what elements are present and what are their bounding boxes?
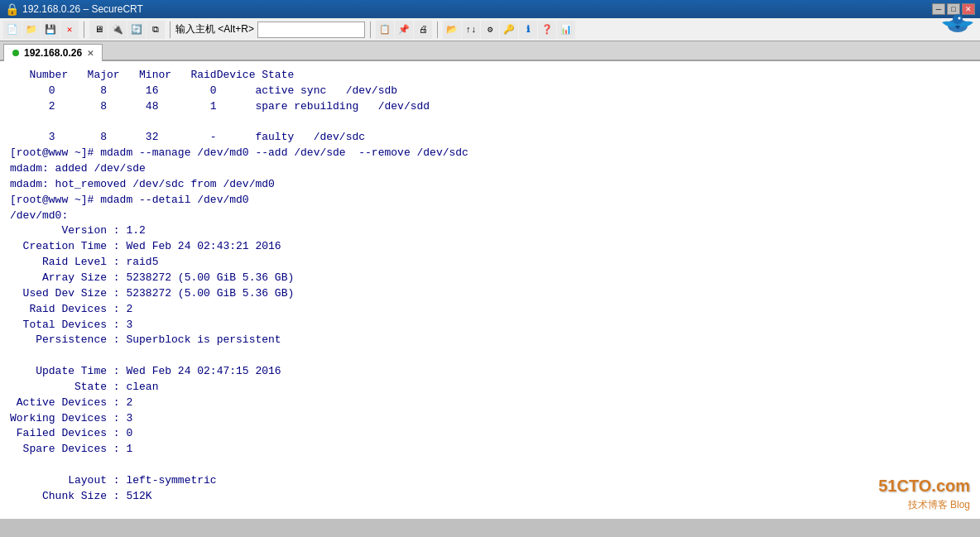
toolbar-section-2: 🖥 🔌 🔄 ⧉ [89,21,165,39]
title-bar-left: 🔒 192.168.0.26 – SecureCRT [5,2,143,16]
window-title: 192.168.0.26 – SecureCRT [22,3,143,15]
toolbar-settings-btn[interactable]: ⚙ [481,21,499,39]
toolbar-help-btn[interactable]: ❓ [538,21,556,39]
securecrt-logo-icon [939,11,977,46]
toolbar-disconnect-btn[interactable]: 🔌 [108,21,127,39]
input-label: 输入主机 <Alt+R> [175,22,254,36]
terminal-content: Number Major Minor RaidDevice State 0 8 … [10,68,970,519]
svg-point-1 [953,14,963,24]
toolbar-separator-1 [84,22,84,38]
toolbar-print-btn[interactable]: 🖨 [414,21,432,39]
watermark: 51CTO.com 技术博客 Blog [878,474,970,512]
toolbar-copy-btn[interactable]: 📋 [376,21,394,39]
watermark-sub: 技术博客 Blog [878,498,970,512]
tab-connection-indicator [12,50,19,56]
tab-label: 192.168.0.26 [24,47,82,59]
toolbar-open-btn[interactable]: 📁 [22,21,41,39]
toolbar: 📄 📁 💾 ✕ 🖥 🔌 🔄 ⧉ 输入主机 <Alt+R> 📋 📌 🖨 📂 ↑↓ … [0,18,980,41]
toolbar-save-btn[interactable]: 💾 [41,21,60,39]
toolbar-separator-3 [370,22,371,38]
terminal[interactable]: Number Major Minor RaidDevice State 0 8 … [0,61,980,519]
logo-container [939,11,977,49]
toolbar-separator-4 [437,22,438,38]
tab-bar: 192.168.0.26 ✕ [0,41,980,61]
toolbar-transfer-btn[interactable]: ↑↓ [462,21,480,39]
toolbar-connect-btn[interactable]: 🖥 [89,21,108,39]
tab-192-168-0-26[interactable]: 192.168.0.26 ✕ [3,44,103,61]
toolbar-extra-btn[interactable]: 📊 [557,21,575,39]
toolbar-sftp-btn[interactable]: 📂 [443,21,461,39]
app-icon: 🔒 [5,2,19,16]
toolbar-section-4: 📂 ↑↓ ⚙ 🔑 ℹ ❓ 📊 [443,21,575,39]
toolbar-separator-2 [170,22,171,38]
toolbar-reconnect-btn[interactable]: 🔄 [127,21,146,39]
toolbar-info-btn[interactable]: ℹ [519,21,537,39]
toolbar-section-1: 📄 📁 💾 ✕ [3,21,79,39]
toolbar-key-btn[interactable]: 🔑 [500,21,518,39]
toolbar-paste-btn[interactable]: 📌 [395,21,413,39]
toolbar-section-3: 📋 📌 🖨 [376,21,432,39]
terminal-wrapper: Number Major Minor RaidDevice State 0 8 … [0,61,980,519]
tab-close-button[interactable]: ✕ [87,49,94,58]
title-bar: 🔒 192.168.0.26 – SecureCRT ─ □ ✕ [0,0,980,18]
toolbar-new-btn[interactable]: 📄 [3,21,22,39]
svg-point-2 [958,17,961,19]
watermark-site: 51CTO.com [878,474,970,498]
toolbar-clone-btn[interactable]: ⧉ [147,21,165,39]
host-input[interactable] [257,22,365,38]
toolbar-close-btn[interactable]: ✕ [60,21,79,39]
